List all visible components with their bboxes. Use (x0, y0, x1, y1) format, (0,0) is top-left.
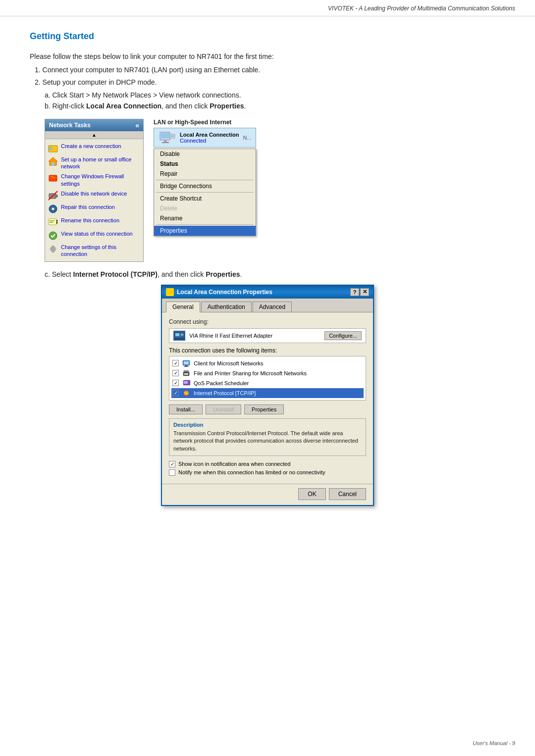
nt-item-disable[interactable]: Disable this network device (45, 189, 143, 202)
nt-label-disable: Disable this network device (61, 190, 127, 197)
nt-label-rename: Rename this connection (61, 217, 119, 224)
lan-icon-box (158, 130, 176, 145)
svg-rect-35 (184, 381, 188, 384)
intro-text: Please follow the steps below to link yo… (30, 51, 505, 62)
help-button[interactable]: ? (350, 288, 359, 296)
install-button[interactable]: Install... (169, 404, 203, 414)
lan-status: Connected (180, 138, 239, 144)
list-item-sharing[interactable]: File and Printer Sharing for Microsoft N… (171, 368, 364, 378)
svg-rect-21 (167, 290, 171, 293)
show-icon-row[interactable]: Show icon in notification area when conn… (169, 461, 366, 467)
step-c-bold2: Properties (206, 270, 240, 278)
nt-label-repair: Repair this connection (61, 203, 115, 210)
show-icon-checkbox[interactable] (169, 461, 175, 467)
section-title: Getting Started (30, 31, 505, 42)
adapter-name: VIA Rhine II Fast Ethernet Adapter (189, 333, 321, 339)
lan-extra: N... (243, 135, 251, 141)
nt-item-settings[interactable]: Change settings of this connection (45, 242, 143, 259)
checkbox-clients[interactable] (172, 360, 179, 366)
tcpip-icon-svg (182, 390, 190, 397)
uninstall-button[interactable]: Uninstall (206, 404, 241, 414)
description-text: Transmission Control Protocol/Internet P… (173, 430, 362, 453)
collapse-icon[interactable]: « (135, 121, 139, 129)
svg-rect-18 (162, 142, 169, 143)
svg-rect-28 (184, 361, 189, 364)
lan-header: LAN or High-Speed Internet (154, 119, 256, 126)
dialog-wrapper: Local Area Connection Properties ? ✕ Gen… (30, 285, 505, 506)
cm-item-disable[interactable]: Disable (154, 149, 256, 159)
cm-item-rename[interactable]: Rename (154, 213, 256, 223)
description-box: Description Transmission Control Protoco… (169, 418, 366, 456)
configure-button[interactable]: Configure... (324, 331, 362, 340)
step2b-bold2: Properties (210, 102, 244, 110)
nt-item-status[interactable]: View status of this connection (45, 229, 143, 242)
cm-item-status[interactable]: Status (154, 159, 256, 169)
tab-general[interactable]: General (166, 302, 200, 312)
cm-item-properties[interactable]: Properties (154, 226, 256, 236)
list-label-clients: Client for Microsoft Networks (194, 360, 264, 366)
cancel-button[interactable]: Cancel (329, 488, 366, 500)
cm-item-shortcut[interactable]: Create Shortcut (154, 194, 256, 203)
cm-sep-3 (156, 224, 254, 225)
svg-rect-29 (185, 365, 188, 366)
cm-item-repair[interactable]: Repair (154, 169, 256, 179)
header-bar: VIVOTEK - A Leading Provider of Multimed… (0, 0, 535, 16)
status-icon (48, 231, 58, 241)
close-button[interactable]: ✕ (360, 288, 369, 296)
scroll-up[interactable]: ▲ (45, 131, 143, 139)
page: VIVOTEK - A Leading Provider of Multimed… (0, 0, 535, 756)
svg-rect-30 (184, 366, 189, 367)
svg-rect-26 (174, 338, 184, 340)
svg-rect-4 (49, 175, 57, 181)
dialog-titlebar-btns: ? ✕ (350, 288, 369, 296)
dialog-title-icon (166, 288, 174, 296)
notify-row[interactable]: Notify me when this connection has limit… (169, 469, 366, 476)
footer-text: User's Manual - 9 (473, 740, 515, 746)
adapter-row: VIA Rhine II Fast Ethernet Adapter Confi… (169, 328, 366, 343)
step2b-bold: Local Area Connection (86, 102, 161, 110)
list-label-qos: QoS Packet Scheduler (194, 380, 249, 386)
nt-label-settings: Change settings of this connection (61, 244, 140, 258)
step2-text: 2. Setup your computer in DHCP mode. (35, 77, 505, 88)
svg-rect-1 (49, 148, 52, 150)
client-icon (182, 360, 190, 367)
notify-label: Notify me when this connection has limit… (178, 469, 325, 475)
dialog-action-btns: Install... Uninstall Properties (169, 404, 366, 414)
list-item-qos[interactable]: QoS Packet Scheduler (171, 378, 364, 388)
checkbox-qos[interactable] (172, 380, 179, 386)
notify-checkbox[interactable] (169, 469, 175, 476)
list-label-sharing: File and Printer Sharing for Microsoft N… (194, 370, 307, 376)
context-menu: Disable Status Repair Bridge Connections… (154, 149, 256, 236)
nt-item-create[interactable]: Create a new connection (45, 141, 143, 154)
home-icon (48, 156, 58, 166)
checkbox-sharing[interactable] (172, 370, 179, 376)
properties-button[interactable]: Properties (244, 404, 284, 414)
lan-info: Local Area Connection Connected (180, 132, 239, 144)
svg-rect-6 (56, 195, 57, 197)
tab-authentication[interactable]: Authentication (201, 302, 252, 312)
local-area-dialog: Local Area Connection Properties ? ✕ Gen… (161, 285, 374, 506)
items-label: This connection uses the following items… (169, 347, 366, 354)
clients-icon (182, 359, 191, 367)
qos-icon (182, 379, 191, 387)
step-c-suffix: , and then click (158, 270, 206, 278)
nt-item-repair[interactable]: Repair this connection (45, 202, 143, 215)
cm-item-bridge[interactable]: Bridge Connections (154, 181, 256, 191)
tab-advanced[interactable]: Advanced (253, 302, 292, 312)
ok-button[interactable]: OK (298, 488, 325, 500)
list-item-clients[interactable]: Client for Microsoft Networks (171, 358, 364, 368)
context-menu-area: LAN or High-Speed Internet (154, 119, 256, 236)
list-item-tcpip[interactable]: Internet Protocol [TCP/IP] (171, 388, 364, 398)
svg-point-13 (49, 232, 57, 240)
screenshot-area: Network Tasks « ▲ Create a new connectio… (45, 119, 505, 262)
nt-item-firewall[interactable]: Change Windows Firewall settings (45, 171, 143, 189)
nt-item-home[interactable]: Set up a home or small office network (45, 154, 143, 172)
lan-connection-item[interactable]: Local Area Connection Connected N... (154, 128, 256, 148)
nt-item-rename[interactable]: Rename this connection (45, 215, 143, 229)
checkbox-tcpip[interactable] (172, 390, 179, 396)
network-tasks-panel: Network Tasks « ▲ Create a new connectio… (45, 119, 144, 262)
network-tasks-items: Create a new connection Set up a home or… (45, 139, 143, 261)
dialog-bottom-btns: OK Cancel (162, 484, 373, 505)
content-area: Getting Started Please follow the steps … (0, 16, 535, 536)
disable-icon (48, 191, 58, 201)
